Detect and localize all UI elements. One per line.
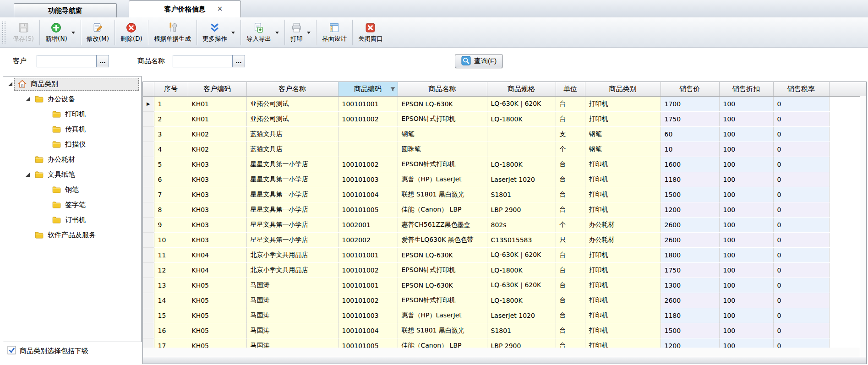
column-header-1[interactable]: 序号 [154, 82, 188, 96]
tab-customer-price-info[interactable]: 客户价格信息 × [129, 0, 241, 17]
table-cell[interactable]: LQ-630K｜620K [487, 247, 556, 262]
toolbar-button-edit[interactable]: 修改(M) [82, 19, 114, 46]
table-cell[interactable]: 0 [773, 338, 829, 348]
table-cell[interactable]: KH01 [188, 96, 246, 111]
table-cell[interactable]: 打印机 [585, 111, 661, 126]
table-cell[interactable]: 1002001 [338, 217, 398, 232]
table-cell[interactable]: C13S015583 [487, 232, 556, 247]
table-cell[interactable]: 打印机 [585, 278, 661, 293]
table-cell[interactable]: LBP 2900 [487, 338, 556, 348]
include-sublevel-option[interactable]: 商品类别选择包括下级 [7, 346, 88, 356]
table-cell[interactable]: 100101002 [338, 293, 398, 308]
table-row[interactable]: ▶1KH01亚拓公司测试100101001EPSON LQ-630KLQ-630… [143, 96, 866, 111]
table-cell[interactable]: LBP 2900 [487, 202, 556, 217]
table-cell[interactable]: KH03 [188, 232, 246, 247]
table-cell[interactable]: EPSON LQ-630K [398, 247, 487, 262]
table-cell[interactable]: 0 [773, 187, 829, 202]
table-cell[interactable]: EPSON针式打印机 [398, 262, 487, 278]
table-cell[interactable]: 5 [154, 157, 188, 172]
table-cell[interactable]: 7 [154, 187, 188, 202]
table-cell[interactable]: 马国涛 [246, 293, 338, 308]
table-cell[interactable]: 0 [773, 278, 829, 293]
table-cell[interactable]: 1180 [661, 172, 719, 187]
table-cell[interactable]: 星星文具第一小学店 [246, 187, 338, 202]
table-cell[interactable]: 0 [773, 96, 829, 111]
table-cell[interactable]: 打印机 [585, 293, 661, 308]
table-cell[interactable]: KH05 [188, 338, 246, 348]
table-cell[interactable]: 星星文具第一小学店 [246, 157, 338, 172]
table-cell[interactable]: 马国涛 [246, 308, 338, 323]
table-cell[interactable]: 0 [773, 111, 829, 126]
table-cell[interactable]: KH04 [188, 262, 246, 278]
table-cell[interactable]: 亚拓公司测试 [246, 111, 338, 126]
table-row[interactable]: 2KH01亚拓公司测试100101002EPSON针式打印机LQ-1800K台打… [143, 111, 866, 126]
table-cell[interactable]: LQ-1800K [487, 111, 556, 126]
table-cell[interactable]: 11 [154, 247, 188, 262]
table-cell[interactable]: 100101001 [338, 278, 398, 293]
table-cell[interactable]: KH01 [188, 111, 246, 126]
table-cell[interactable]: 爱普生LQ630K 黑色色带 [398, 232, 487, 247]
table-cell[interactable]: EPSON针式打印机 [398, 293, 487, 308]
table-cell[interactable]: 17 [154, 338, 188, 348]
table-cell[interactable]: 北京小学文具用品店 [246, 247, 338, 262]
table-cell[interactable]: 0 [773, 323, 829, 338]
tab-function-navigation[interactable]: 功能导航窗 [14, 3, 117, 17]
table-cell[interactable]: 打印机 [585, 157, 661, 172]
table-row[interactable]: 14KH05马国涛100101002EPSON针式打印机LQ-1800K台打印机… [143, 293, 866, 308]
table-cell[interactable]: 1750 [661, 262, 719, 278]
horizontal-scrollbar[interactable] [143, 357, 866, 364]
table-row[interactable]: 7KH03星星文具第一小学店100101004联想 S1801 黑白激光S180… [143, 187, 866, 202]
table-cell[interactable]: 2 [154, 111, 188, 126]
table-cell[interactable]: 马国涛 [246, 278, 338, 293]
tree-node[interactable]: 文具纸笔 [3, 167, 141, 182]
table-row[interactable]: 5KH03星星文具第一小学店100101002EPSON针式打印机LQ-1800… [143, 157, 866, 172]
table-cell[interactable]: 个 [556, 142, 585, 157]
table-cell[interactable]: 1500 [661, 323, 719, 338]
table-cell[interactable]: LQ-1800K [487, 293, 556, 308]
dropdown-arrow-icon[interactable] [231, 32, 235, 34]
table-cell[interactable]: 台 [556, 308, 585, 323]
table-row[interactable]: 16KH05马国涛100101004联想 S1801 黑白激光S1801台打印机… [143, 323, 866, 338]
dropdown-arrow-icon[interactable] [307, 32, 311, 34]
table-cell[interactable]: 打印机 [585, 202, 661, 217]
tree-node[interactable]: 签字笔 [3, 197, 141, 212]
column-header-10[interactable]: 销售折扣 [719, 82, 773, 96]
table-cell[interactable]: 台 [556, 187, 585, 202]
table-cell[interactable]: 钢笔 [398, 126, 487, 142]
table-cell[interactable]: 100 [719, 217, 773, 232]
table-cell[interactable]: 打印机 [585, 338, 661, 348]
table-cell[interactable]: 6 [154, 172, 188, 187]
table-cell[interactable]: 打印机 [585, 187, 661, 202]
table-cell[interactable]: 0 [773, 262, 829, 278]
table-cell[interactable]: 100 [719, 96, 773, 111]
tree-node[interactable]: 扫描仪 [3, 137, 141, 152]
checkbox-checked-icon[interactable] [7, 346, 16, 356]
table-cell[interactable]: 1600 [661, 157, 719, 172]
product-name-input[interactable] [173, 55, 232, 67]
filter-funnel-icon[interactable] [390, 86, 395, 94]
table-cell[interactable]: KH05 [188, 278, 246, 293]
table-cell[interactable]: 台 [556, 111, 585, 126]
table-cell[interactable]: 打印机 [585, 308, 661, 323]
table-cell[interactable]: 圆珠笔 [398, 142, 487, 157]
table-cell[interactable] [487, 142, 556, 157]
table-cell[interactable]: 佳能（Canon） LBP [398, 202, 487, 217]
table-cell[interactable]: KH05 [188, 308, 246, 323]
toolbar-button-generate-from-doc[interactable]: 根据单据生成 [149, 19, 196, 46]
table-cell[interactable]: KH02 [188, 126, 246, 142]
expand-triangle-icon[interactable] [23, 97, 32, 101]
table-row[interactable]: 11KH04北京小学文具用品店100101001EPSON LQ-630KLQ-… [143, 247, 866, 262]
table-cell[interactable]: 马国涛 [246, 323, 338, 338]
table-cell[interactable]: 台 [556, 262, 585, 278]
table-cell[interactable]: 钢笔 [585, 142, 661, 157]
table-cell[interactable]: LaserJet 1020 [487, 172, 556, 187]
table-cell[interactable]: 2600 [661, 217, 719, 232]
table-cell[interactable]: KH03 [188, 187, 246, 202]
table-cell[interactable]: 100 [719, 338, 773, 348]
table-cell[interactable]: 惠普CH561ZZ黑色墨盒 [398, 217, 487, 232]
table-cell[interactable]: 4 [154, 142, 188, 157]
table-cell[interactable]: LaserJet 1020 [487, 308, 556, 323]
table-cell[interactable]: 0 [773, 202, 829, 217]
table-cell[interactable]: 100 [719, 293, 773, 308]
vertical-scrollbar[interactable] [860, 96, 866, 357]
